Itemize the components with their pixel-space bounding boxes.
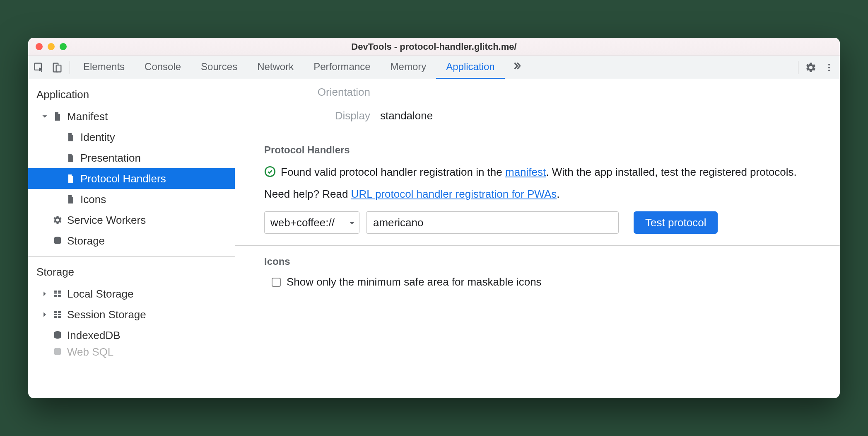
divider <box>798 61 798 74</box>
sidebar-item-label: Local Storage <box>67 288 133 300</box>
file-icon <box>65 153 76 163</box>
titlebar: DevTools - protocol-handler.glitch.me/ <box>28 38 840 56</box>
tab-performance[interactable]: Performance <box>304 56 380 79</box>
gear-icon <box>52 215 63 225</box>
device-toolbar-icon[interactable] <box>48 58 66 77</box>
status-prefix: Found valid protocol handler registratio… <box>281 166 505 178</box>
file-icon <box>65 173 76 184</box>
close-window-button[interactable] <box>36 43 43 50</box>
sidebar-item-indexeddb[interactable]: IndexedDB <box>28 325 235 346</box>
sidebar-item-session-storage[interactable]: Session Storage <box>28 304 235 325</box>
orientation-label: Orientation <box>235 86 380 99</box>
tab-network[interactable]: Network <box>247 56 304 79</box>
devtools-window: DevTools - protocol-handler.glitch.me/ E… <box>28 38 840 398</box>
minimize-window-button[interactable] <box>48 43 55 50</box>
status-suffix: . With the app installed, test the regis… <box>546 166 797 178</box>
grid-icon <box>52 288 63 299</box>
protocol-test-form: web+coffee:// Test protocol <box>264 211 811 234</box>
sidebar-item-label: Protocol Handlers <box>80 172 166 185</box>
svg-rect-2 <box>56 65 61 72</box>
chevron-right-icon <box>41 291 48 297</box>
icons-panel: Icons Show only the minimum safe area fo… <box>235 246 840 300</box>
sidebar-item-service-workers[interactable]: Service Workers <box>28 210 235 230</box>
display-label: Display <box>235 109 380 122</box>
protocol-url-input[interactable] <box>366 211 619 234</box>
file-icon <box>65 194 76 205</box>
more-tabs-button[interactable] <box>505 61 529 74</box>
grid-icon <box>52 309 63 320</box>
chevron-down-icon <box>41 113 48 120</box>
protocol-handlers-title: Protocol Handlers <box>264 144 811 156</box>
protocol-select-value: web+coffee:// <box>270 216 335 229</box>
status-line: Found valid protocol handler registratio… <box>264 164 811 180</box>
tab-elements[interactable]: Elements <box>73 56 135 79</box>
database-icon <box>52 330 63 341</box>
status-text: Found valid protocol handler registratio… <box>281 164 811 180</box>
display-row: Display standalone <box>235 106 840 134</box>
tab-memory[interactable]: Memory <box>381 56 436 79</box>
orientation-row: Orientation <box>235 82 840 106</box>
main-panel: Orientation Display standalone Protocol … <box>235 79 840 398</box>
help-prefix: Need help? Read <box>264 188 351 200</box>
sidebar-item-label: Manifest <box>67 110 108 123</box>
sidebar-item-manifest[interactable]: Manifest <box>28 106 235 127</box>
chevron-right-icon <box>41 311 48 318</box>
tabbar: Elements Console Sources Network Perform… <box>28 56 840 79</box>
divider <box>70 61 70 74</box>
sidebar-item-icons[interactable]: Icons <box>28 189 235 210</box>
inspect-element-icon[interactable] <box>30 58 48 77</box>
maximize-window-button[interactable] <box>60 43 67 50</box>
window-title: DevTools - protocol-handler.glitch.me/ <box>28 41 840 52</box>
test-protocol-button[interactable]: Test protocol <box>634 211 718 234</box>
maskable-checkbox-label: Show only the minimum safe area for mask… <box>287 276 542 288</box>
protocol-select[interactable]: web+coffee:// <box>264 211 359 234</box>
database-icon <box>52 235 63 246</box>
sidebar-item-local-storage[interactable]: Local Storage <box>28 283 235 304</box>
sidebar-item-label: Storage <box>67 235 105 247</box>
kebab-menu-icon[interactable] <box>820 58 838 77</box>
file-icon <box>65 132 76 143</box>
sidebar-item-storage[interactable]: Storage <box>28 230 235 251</box>
sidebar-item-identity[interactable]: Identity <box>28 127 235 148</box>
protocol-handlers-panel: Protocol Handlers Found valid protocol h… <box>235 134 840 245</box>
sidebar-item-protocol-handlers[interactable]: Protocol Handlers <box>28 168 235 189</box>
sidebar-item-presentation[interactable]: Presentation <box>28 148 235 168</box>
tab-console[interactable]: Console <box>135 56 191 79</box>
tab-sources[interactable]: Sources <box>191 56 247 79</box>
sidebar-item-label: Presentation <box>80 152 141 165</box>
sidebar: Application Manifest Identity Presentati… <box>28 79 235 398</box>
sidebar-item-label: Icons <box>80 193 106 206</box>
manifest-link[interactable]: manifest <box>505 166 546 178</box>
sidebar-item-label: Identity <box>80 131 115 144</box>
help-line: Need help? Read URL protocol handler reg… <box>264 188 811 201</box>
sidebar-item-web-sql[interactable]: Web SQL <box>28 346 235 358</box>
sidebar-section-storage: Storage <box>28 262 235 283</box>
svg-point-3 <box>828 64 830 65</box>
icons-title: Icons <box>264 256 811 267</box>
svg-point-4 <box>828 67 830 68</box>
help-link[interactable]: URL protocol handler registration for PW… <box>351 188 557 200</box>
chevron-down-icon <box>349 216 355 229</box>
sidebar-item-label: Session Storage <box>67 308 146 321</box>
content-area: Application Manifest Identity Presentati… <box>28 79 840 398</box>
maskable-checkbox[interactable] <box>272 278 281 287</box>
right-controls <box>795 58 838 77</box>
check-circle-icon <box>264 166 276 177</box>
tab-application[interactable]: Application <box>436 56 504 79</box>
sidebar-item-label: Service Workers <box>67 214 146 227</box>
sidebar-item-label: Web SQL <box>67 346 113 358</box>
display-value: standalone <box>380 109 433 122</box>
sidebar-section-application: Application <box>28 84 235 106</box>
file-icon <box>52 111 63 122</box>
traffic-lights <box>36 43 67 50</box>
database-icon <box>52 346 63 357</box>
svg-point-5 <box>828 70 830 71</box>
maskable-checkbox-row: Show only the minimum safe area for mask… <box>264 276 811 288</box>
settings-icon[interactable] <box>802 58 820 77</box>
divider <box>28 256 235 257</box>
panel-tabs: Elements Console Sources Network Perform… <box>73 56 795 79</box>
help-suffix: . <box>557 188 559 200</box>
sidebar-item-label: IndexedDB <box>67 329 121 342</box>
